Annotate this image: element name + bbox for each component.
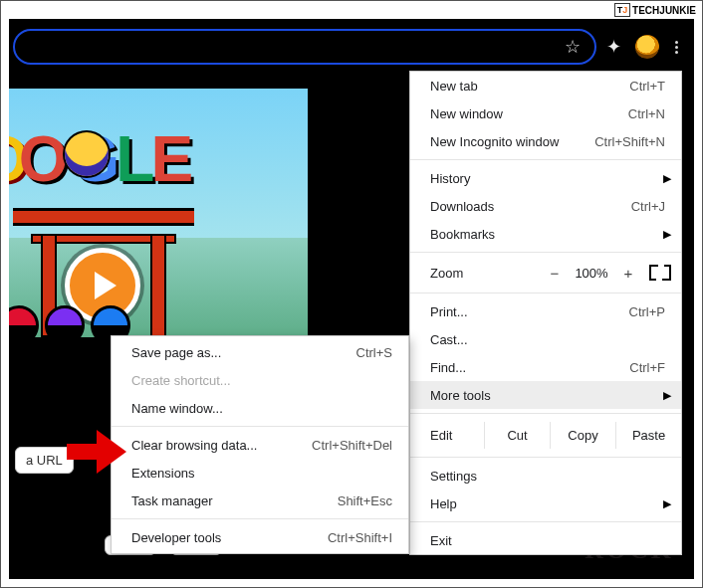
more-tools-submenu: Save page as... Ctrl+S Create shortcut..… bbox=[111, 335, 409, 554]
zoom-label: Zoom bbox=[430, 266, 540, 281]
url-hint-chip: a URL bbox=[15, 447, 74, 474]
submenu-save-page[interactable]: Save page as... Ctrl+S bbox=[112, 338, 408, 366]
zoom-percent: 100% bbox=[570, 266, 613, 281]
tj-text: TECHJUNKIE bbox=[632, 5, 696, 16]
chevron-right-icon: ▶ bbox=[663, 172, 671, 185]
browser-window: ☆ ✦ O O G L E bbox=[9, 19, 694, 579]
cut-button[interactable]: Cut bbox=[484, 422, 550, 449]
extensions-icon[interactable]: ✦ bbox=[606, 36, 621, 58]
submenu-create-shortcut[interactable]: Create shortcut... bbox=[112, 366, 408, 394]
menu-new-window[interactable]: New window Ctrl+N bbox=[410, 99, 681, 127]
menu-more-tools[interactable]: More tools ▶ bbox=[410, 381, 681, 409]
menu-downloads[interactable]: Downloads Ctrl+J bbox=[410, 192, 681, 220]
submenu-task-manager[interactable]: Task manager Shift+Esc bbox=[112, 487, 408, 514]
menu-edit-row: Edit Cut Copy Paste bbox=[410, 418, 681, 453]
submenu-name-window[interactable]: Name window... bbox=[112, 394, 408, 422]
toolbar: ☆ ✦ bbox=[13, 23, 690, 71]
menu-bookmarks[interactable]: Bookmarks ▶ bbox=[410, 220, 681, 248]
doodle-game-scene: O O G L E bbox=[9, 89, 308, 337]
chevron-right-icon: ▶ bbox=[663, 228, 671, 241]
copy-button[interactable]: Copy bbox=[550, 422, 615, 449]
menu-exit[interactable]: Exit bbox=[410, 526, 681, 554]
zoom-in-button[interactable]: + bbox=[613, 265, 643, 282]
fullscreen-icon[interactable] bbox=[649, 265, 671, 281]
menu-new-incognito[interactable]: New Incognito window Ctrl+Shift+N bbox=[410, 127, 681, 155]
submenu-extensions[interactable]: Extensions bbox=[112, 459, 408, 487]
bookmark-star-icon[interactable]: ☆ bbox=[565, 36, 581, 58]
chevron-right-icon: ▶ bbox=[663, 389, 671, 402]
chevron-right-icon: ▶ bbox=[663, 497, 671, 510]
annotation-arrow-icon bbox=[67, 430, 126, 474]
menu-print[interactable]: Print... Ctrl+P bbox=[410, 297, 681, 325]
address-bar[interactable]: ☆ bbox=[13, 29, 596, 65]
profile-avatar-icon[interactable] bbox=[635, 35, 659, 59]
techjunkie-watermark: TJ TECHJUNKIE bbox=[614, 3, 696, 17]
tj-badge: TJ bbox=[614, 3, 630, 17]
chrome-main-menu: New tab Ctrl+T New window Ctrl+N New Inc… bbox=[409, 71, 682, 555]
paste-button[interactable]: Paste bbox=[615, 422, 681, 449]
submenu-clear-browsing-data[interactable]: Clear browsing data... Ctrl+Shift+Del bbox=[112, 431, 408, 459]
menu-find[interactable]: Find... Ctrl+F bbox=[410, 353, 681, 381]
menu-cast[interactable]: Cast... bbox=[410, 325, 681, 353]
ninja-cat-icon bbox=[65, 132, 109, 176]
menu-settings[interactable]: Settings bbox=[410, 462, 681, 490]
menu-help[interactable]: Help ▶ bbox=[410, 490, 681, 517]
edit-label: Edit bbox=[430, 428, 484, 443]
menu-icon[interactable] bbox=[673, 37, 680, 58]
zoom-out-button[interactable]: − bbox=[540, 265, 570, 282]
menu-zoom-row: Zoom − 100% + bbox=[410, 257, 681, 289]
submenu-developer-tools[interactable]: Developer tools Ctrl+Shift+I bbox=[112, 523, 408, 551]
menu-history[interactable]: History ▶ bbox=[410, 164, 681, 192]
menu-new-tab[interactable]: New tab Ctrl+T bbox=[410, 72, 681, 99]
pokeball-row bbox=[9, 305, 130, 337]
